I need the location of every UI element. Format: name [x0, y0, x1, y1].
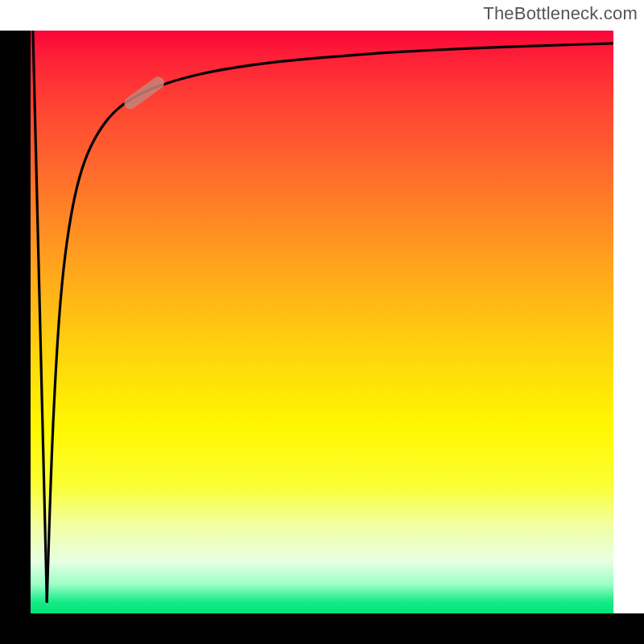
curve-layer — [31, 31, 613, 613]
plot-area — [31, 31, 613, 613]
curve-marker — [122, 74, 167, 111]
down-stroke-path — [33, 31, 47, 602]
chart-container: TheBottleneck.com — [0, 0, 644, 644]
bottleneck-curve-path — [47, 43, 613, 602]
watermark-text: TheBottleneck.com — [483, 3, 638, 24]
y-axis-bar — [0, 31, 31, 613]
curve-marker-pill — [122, 74, 167, 111]
x-axis-bar — [0, 613, 644, 644]
